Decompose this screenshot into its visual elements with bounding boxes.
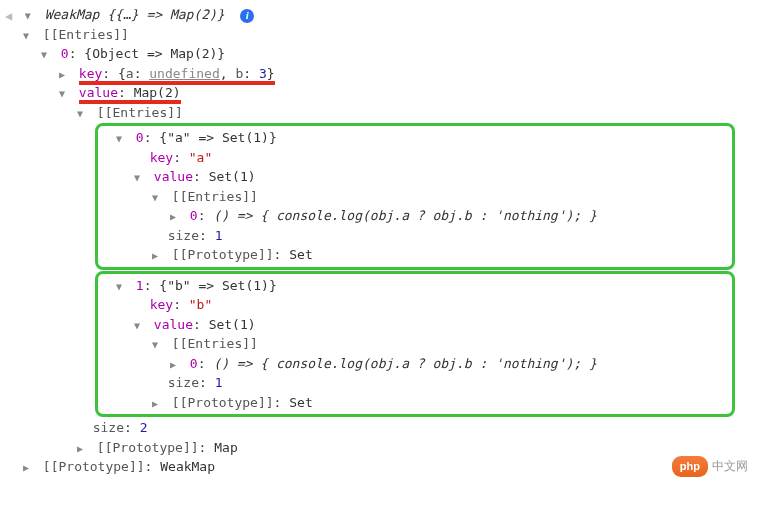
highlight-box-1: 0: {"a" => Set(1)} key: "a" value: Set(1… [95, 123, 735, 270]
index-label: 0 [190, 356, 198, 371]
tree-row-nested-entries[interactable]: [[Entries]] [5, 103, 753, 123]
tree-row-a-entries[interactable]: [[Entries]] [98, 187, 732, 207]
tree-row-value[interactable]: value: Map(2) [5, 83, 753, 103]
index-label: 0 [136, 130, 144, 145]
index-label: 0 [61, 46, 69, 61]
tree-row-a-proto[interactable]: [[Prototype]]: Set [98, 245, 732, 265]
val-undefined: undefined [149, 66, 219, 81]
highlight-box-2: 1: {"b" => Set(1)} key: "b" value: Set(1… [95, 271, 735, 418]
tree-row-b-proto[interactable]: [[Prototype]]: Set [98, 393, 732, 413]
expand-icon[interactable] [41, 47, 53, 62]
expand-icon[interactable] [25, 8, 37, 23]
tree-row-entry-b[interactable]: 1: {"b" => Set(1)} [98, 276, 732, 296]
expand-icon[interactable] [116, 279, 128, 294]
tree-row-b-entries[interactable]: [[Entries]] [98, 334, 732, 354]
size-label: size [93, 420, 124, 435]
expand-icon[interactable] [152, 396, 164, 411]
info-icon[interactable]: i [240, 9, 254, 23]
expand-icon[interactable] [152, 248, 164, 263]
value-preview: Set(1) [209, 317, 256, 332]
value-preview: Map(2) [134, 85, 181, 100]
expand-icon[interactable] [170, 357, 182, 372]
proto-val: Map [214, 440, 237, 455]
entries-label: [[Entries]] [172, 336, 258, 351]
key-label: key [150, 297, 173, 312]
tree-row-key-b[interactable]: key: "b" [98, 295, 732, 315]
tree-row-b-size[interactable]: size: 1 [98, 373, 732, 393]
tree-row-entry-a[interactable]: 0: {"a" => Set(1)} [98, 128, 732, 148]
tree-row-value-a[interactable]: value: Set(1) [98, 167, 732, 187]
tree-row-outer-proto[interactable]: [[Prototype]]: Map [5, 438, 753, 458]
value-label: value [79, 85, 118, 100]
tree-row-outer-size[interactable]: size: 2 [5, 418, 753, 438]
expand-icon[interactable] [170, 209, 182, 224]
tree-row-a-size[interactable]: size: 1 [98, 226, 732, 246]
php-badge: php [672, 456, 708, 477]
entry-header: {"a" => Set(1)} [159, 130, 276, 145]
proto-val: Set [289, 395, 312, 410]
entries-label: [[Entries]] [43, 27, 129, 42]
expand-icon[interactable] [152, 337, 164, 352]
expand-icon[interactable] [59, 86, 71, 101]
expand-icon[interactable] [134, 170, 146, 185]
value-label: value [154, 169, 193, 184]
expand-icon[interactable] [77, 106, 89, 121]
expand-icon[interactable] [152, 190, 164, 205]
expand-icon[interactable] [116, 131, 128, 146]
expand-icon[interactable] [77, 441, 89, 456]
tree-row-key-a[interactable]: key: "a" [98, 148, 732, 168]
index-label: 0 [190, 208, 198, 223]
entries-label: [[Entries]] [97, 105, 183, 120]
watermark-text: 中文网 [712, 457, 748, 475]
proto-val: WeakMap [160, 459, 215, 474]
colon: : [69, 46, 85, 61]
tree-row-entry-0[interactable]: 0: {Object => Map(2)} [5, 44, 753, 64]
key-val: "b" [189, 297, 212, 312]
proto-label: [[Prototype]] [172, 395, 274, 410]
value-label: value [154, 317, 193, 332]
expand-icon[interactable] [23, 460, 35, 475]
fn-preview: () => { console.log(obj.a ? obj.b : 'not… [213, 208, 597, 223]
key-label: key [150, 150, 173, 165]
expand-icon[interactable] [23, 28, 35, 43]
expand-icon[interactable] [134, 318, 146, 333]
value-preview: Set(1) [209, 169, 256, 184]
entry0-preview: {Object => Map(2)} [84, 46, 225, 61]
tree-row-key[interactable]: key: {a: undefined, b: 3} [5, 64, 753, 84]
tree-row-b-fn[interactable]: 0: () => { console.log(obj.a ? obj.b : '… [98, 354, 732, 374]
root-label: WeakMap {{…} => Map(2)} [45, 7, 225, 22]
proto-label: [[Prototype]] [172, 247, 274, 262]
val-3: 3 [259, 66, 267, 81]
tree-row-root-proto[interactable]: [[Prototype]]: WeakMap [5, 457, 753, 477]
size-val: 1 [215, 228, 223, 243]
entry-header: {"b" => Set(1)} [159, 278, 276, 293]
proto-label: [[Prototype]] [43, 459, 145, 474]
tree-row-value-b[interactable]: value: Set(1) [98, 315, 732, 335]
key-val: "a" [189, 150, 212, 165]
proto-label: [[Prototype]] [97, 440, 199, 455]
expand-icon[interactable] [59, 67, 71, 82]
index-label: 1 [136, 278, 144, 293]
tree-row-root[interactable]: WeakMap {{…} => Map(2)} i [5, 5, 753, 25]
tree-row-entries[interactable]: [[Entries]] [5, 25, 753, 45]
prop-a: a [126, 66, 134, 81]
fn-preview: () => { console.log(obj.a ? obj.b : 'not… [213, 356, 597, 371]
key-label: key [79, 66, 102, 81]
tree-row-a-fn[interactable]: 0: () => { console.log(obj.a ? obj.b : '… [98, 206, 732, 226]
watermark: php 中文网 [672, 456, 748, 477]
size-val: 2 [140, 420, 148, 435]
entries-label: [[Entries]] [172, 189, 258, 204]
proto-val: Set [289, 247, 312, 262]
size-label: size [168, 375, 199, 390]
nav-back-icon[interactable] [5, 7, 17, 25]
size-val: 1 [215, 375, 223, 390]
size-label: size [168, 228, 199, 243]
